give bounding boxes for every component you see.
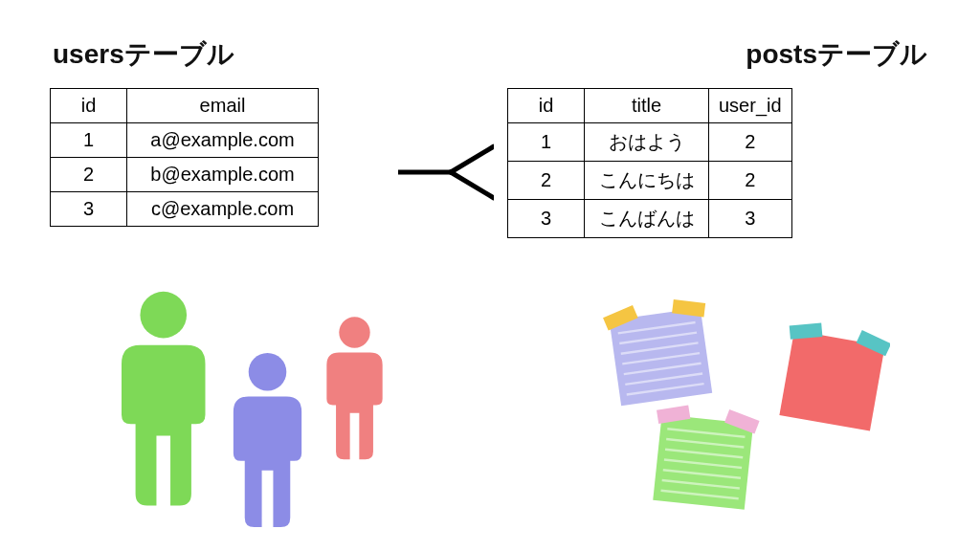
- table-row: 3 c@example.com: [51, 192, 319, 227]
- table-row: 2 b@example.com: [51, 158, 319, 192]
- table-row: 2 こんにちは 2: [508, 162, 792, 200]
- col-id: id: [51, 89, 127, 123]
- col-id: id: [508, 89, 585, 123]
- svg-line-1: [451, 146, 494, 172]
- svg-point-4: [249, 353, 287, 391]
- cell-email: b@example.com: [127, 158, 319, 192]
- cell-id: 2: [51, 158, 127, 192]
- svg-rect-24: [790, 323, 823, 340]
- cell-title: おはよう: [585, 123, 709, 162]
- table-row: 3 こんばんは 3: [508, 200, 792, 238]
- sticky-notes-illustration: [536, 297, 938, 536]
- sticky-note-icon: [603, 297, 718, 411]
- cell-id: 2: [508, 162, 585, 200]
- table-header-row: id email: [51, 89, 319, 123]
- cell-email: c@example.com: [127, 192, 319, 227]
- cell-title: こんばんは: [585, 200, 709, 238]
- heading-posts-table: postsテーブル: [746, 36, 927, 73]
- svg-line-2: [451, 172, 494, 198]
- cell-user-id: 2: [709, 123, 792, 162]
- heading-users-table: usersテーブル: [53, 36, 234, 73]
- one-to-many-connector-icon: [398, 139, 494, 206]
- table-row: 1 おはよう 2: [508, 123, 792, 162]
- cell-user-id: 2: [709, 162, 792, 200]
- cell-user-id: 3: [709, 200, 792, 238]
- cell-id: 1: [508, 123, 585, 162]
- col-email: email: [127, 89, 319, 123]
- table-header-row: id title user_id: [508, 89, 792, 123]
- cell-id: 3: [51, 192, 127, 227]
- person-icon: [220, 349, 315, 539]
- table-row: 1 a@example.com: [51, 123, 319, 158]
- sticky-note-icon: [646, 402, 761, 517]
- cell-title: こんにちは: [585, 162, 709, 200]
- cell-email: a@example.com: [127, 123, 319, 158]
- cell-id: 3: [508, 200, 585, 238]
- col-title: title: [585, 89, 709, 123]
- users-table: id email 1 a@example.com 2 b@example.com…: [50, 88, 319, 227]
- posts-table: id title user_id 1 おはよう 2 2 こんにちは 2 3 こん…: [507, 88, 792, 238]
- svg-point-3: [140, 292, 187, 339]
- col-user-id: user_id: [709, 89, 792, 123]
- sticky-note-icon: [775, 320, 890, 435]
- people-illustration: [57, 297, 459, 536]
- person-icon: [105, 287, 222, 519]
- cell-id: 1: [51, 123, 127, 158]
- person-icon: [316, 314, 393, 469]
- svg-point-5: [339, 317, 369, 347]
